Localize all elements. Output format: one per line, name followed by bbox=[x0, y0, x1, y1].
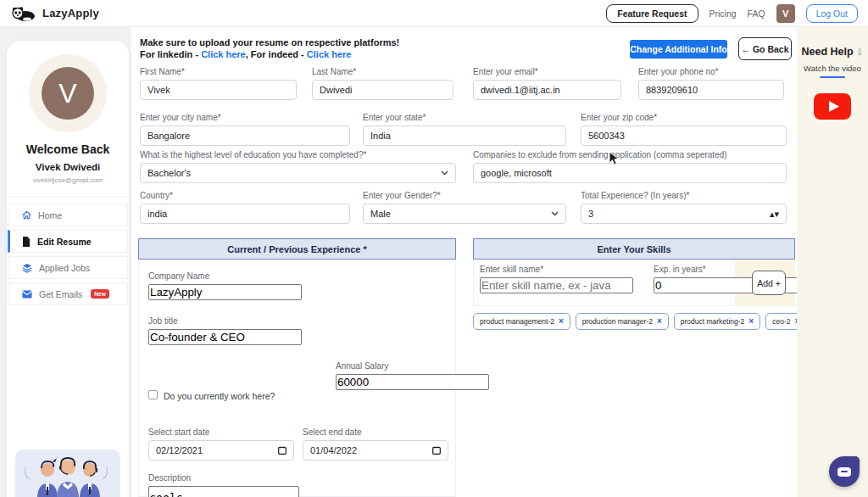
nav-faq-link[interactable]: FAQ bbox=[748, 8, 765, 19]
gender-select[interactable]: Male bbox=[363, 204, 566, 224]
go-back-label: Go Back bbox=[753, 44, 789, 54]
education-field: What is the highest level of education y… bbox=[140, 150, 456, 183]
sidebar-item-applied-jobs[interactable]: Applied Jobs bbox=[8, 256, 128, 279]
user-avatar[interactable]: V bbox=[776, 4, 795, 23]
user-email: vivekiitjcse@gmail.com bbox=[7, 176, 129, 184]
help-panel: Need Help ⇩ Watch the video bbox=[797, 27, 868, 497]
feature-request-button[interactable]: Feature Request bbox=[606, 4, 698, 23]
go-back-button[interactable]: ← Go Back bbox=[738, 37, 792, 60]
sidebar-item-get-emails[interactable]: Get Emails New bbox=[8, 282, 128, 305]
nav-pricing-link[interactable]: Pricing bbox=[709, 8, 737, 19]
phone-field: Enter your phone no* bbox=[638, 67, 784, 100]
end-date-value: 01/04/2022 bbox=[310, 445, 357, 455]
sidebar-item-edit-resume[interactable]: Edit Resume bbox=[8, 230, 128, 253]
point-down-icon: ⇩ bbox=[856, 47, 863, 57]
city-input[interactable] bbox=[140, 126, 350, 146]
navbar-right: Feature Request Pricing FAQ V Log Out bbox=[606, 4, 858, 23]
email-input[interactable] bbox=[473, 80, 621, 100]
company-name-field: Company Name bbox=[148, 271, 447, 300]
country-field: Country* bbox=[140, 191, 350, 224]
city-field: Enter your city name* bbox=[140, 113, 350, 146]
stepper-arrows-icon[interactable]: ▴▾ bbox=[770, 212, 779, 216]
user-name: Vivek Dwivedi bbox=[7, 162, 129, 172]
logout-button[interactable]: Log Out bbox=[806, 4, 858, 23]
panda-logo-icon bbox=[10, 5, 36, 22]
youtube-icon[interactable] bbox=[814, 93, 851, 120]
education-select[interactable]: Bachelor's bbox=[140, 163, 456, 183]
need-help-text: Need Help bbox=[801, 46, 853, 58]
currently-work-checkbox[interactable] bbox=[148, 390, 158, 399]
last-name-field: Last Name* bbox=[312, 67, 453, 100]
total-experience-stepper[interactable]: 3 ▴▾ bbox=[581, 204, 787, 224]
exclude-companies-input[interactable] bbox=[473, 163, 787, 183]
skill-name-input[interactable] bbox=[480, 277, 633, 293]
sidebar-item-label: Edit Resume bbox=[37, 237, 92, 247]
experience-section-title: Current / Previous Experience * bbox=[138, 238, 456, 260]
support-team-illustration bbox=[15, 450, 120, 497]
brand-name: LazyApply bbox=[42, 7, 99, 20]
annual-salary-field: Annual Salary bbox=[336, 361, 437, 390]
start-date-value: 02/12/2021 bbox=[156, 445, 203, 455]
description-textarea[interactable] bbox=[148, 486, 299, 497]
skill-tag: production manager-2× bbox=[576, 313, 669, 330]
remove-tag-icon[interactable]: × bbox=[657, 318, 662, 325]
indeed-prefix: , For indeed - bbox=[246, 49, 307, 59]
watch-video-text: Watch the video bbox=[797, 64, 868, 73]
exclude-companies-label: Companies to exclude from sending applic… bbox=[473, 150, 787, 159]
education-value: Bachelor's bbox=[147, 168, 191, 178]
skills-section: Enter Your Skills Enter skill name* Exp.… bbox=[473, 238, 795, 306]
remove-tag-icon[interactable]: × bbox=[748, 318, 754, 325]
state-input[interactable] bbox=[363, 126, 566, 146]
change-additional-info-button[interactable]: Change Additional Info bbox=[630, 40, 727, 59]
chat-widget-button[interactable] bbox=[829, 456, 860, 487]
resume-icon bbox=[22, 237, 31, 247]
zip-label: Enter your zip code* bbox=[581, 113, 787, 122]
skill-exp-label: Exp. in years* bbox=[654, 265, 734, 274]
need-help-title: Need Help ⇩ bbox=[797, 46, 868, 58]
main-panel: Make sure to upload your resume on respe… bbox=[131, 27, 797, 497]
start-date-label: Select start date bbox=[148, 427, 294, 437]
skill-tag-label: product marketing-2 bbox=[681, 317, 745, 326]
start-date-input[interactable]: 02/12/2021 bbox=[148, 440, 294, 461]
remove-tag-icon[interactable]: × bbox=[559, 318, 564, 325]
country-input[interactable] bbox=[140, 204, 350, 224]
total-experience-value: 3 bbox=[588, 209, 593, 219]
zip-field: Enter your zip code* bbox=[581, 113, 787, 146]
sidebar-item-label: Get Emails bbox=[39, 289, 82, 299]
indeed-click-here-link[interactable]: Click here bbox=[307, 49, 352, 59]
add-skill-button[interactable]: Add + bbox=[752, 271, 786, 295]
gender-label: Enter your Gender?* bbox=[363, 191, 566, 200]
avatar-ring: V bbox=[29, 54, 107, 132]
end-date-input[interactable]: 01/04/2022 bbox=[303, 440, 448, 461]
job-title-field: Job title bbox=[148, 316, 447, 345]
first-name-input[interactable] bbox=[140, 80, 297, 100]
last-name-label: Last Name* bbox=[312, 67, 453, 76]
job-title-input[interactable] bbox=[148, 329, 302, 345]
brand[interactable]: LazyApply bbox=[10, 5, 99, 22]
calendar-icon bbox=[432, 446, 441, 455]
last-name-input[interactable] bbox=[312, 80, 453, 100]
city-label: Enter your city name* bbox=[140, 113, 350, 122]
currently-work-row: Do you currently work here? bbox=[148, 388, 275, 403]
total-experience-field: Total Experience? (In years)* 3 ▴▾ bbox=[581, 191, 787, 224]
job-title-label: Job title bbox=[148, 316, 447, 326]
linkedin-click-here-link[interactable]: Click here bbox=[201, 49, 246, 59]
start-date-field: Select start date 02/12/2021 bbox=[148, 427, 294, 461]
sidebar-item-home[interactable]: Home bbox=[8, 204, 128, 226]
country-label: Country* bbox=[140, 191, 350, 200]
gender-field: Enter your Gender?* Male bbox=[363, 191, 566, 224]
company-name-input[interactable] bbox=[148, 284, 302, 300]
zip-input[interactable] bbox=[581, 126, 787, 146]
upload-notice: Make sure to upload your resume on respe… bbox=[140, 37, 399, 47]
phone-input[interactable] bbox=[638, 80, 784, 100]
skill-tag-label: product management-2 bbox=[480, 317, 554, 326]
layers-icon bbox=[22, 263, 32, 273]
skill-name-label: Enter skill name* bbox=[480, 265, 648, 274]
annual-salary-input[interactable] bbox=[336, 374, 489, 390]
sidebar-avatar: V bbox=[42, 67, 94, 120]
total-experience-label: Total Experience? (In years)* bbox=[581, 191, 787, 200]
platform-links: For linkedin - Click here, For indeed - … bbox=[140, 49, 351, 59]
state-field: Enter your state* bbox=[363, 113, 566, 146]
currently-work-label: Do you currently work here? bbox=[164, 391, 275, 401]
sidebar-item-label: Applied Jobs bbox=[39, 263, 90, 273]
